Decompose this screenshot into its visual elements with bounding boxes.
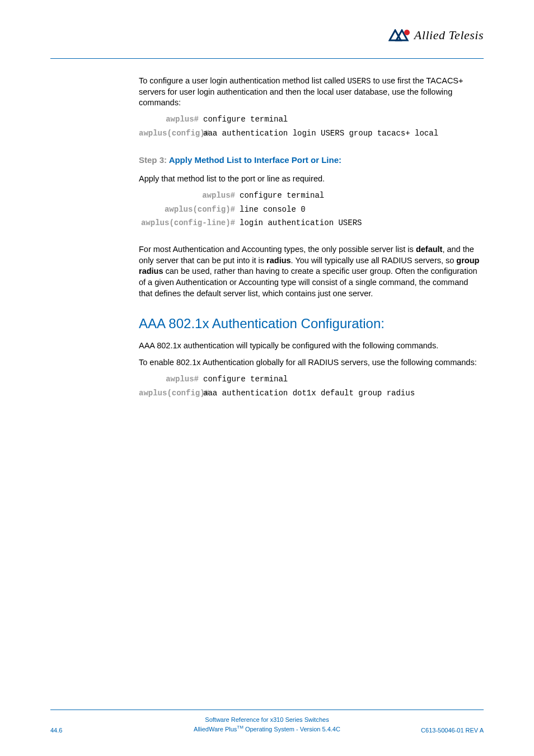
command-row: awplus(config)# aaa authentication login… xyxy=(139,128,484,139)
text: . You will typically use all RADIUS serv… xyxy=(291,256,457,265)
command-text: aaa authentication dot1x default group r… xyxy=(203,388,484,399)
section-paragraph-2: To enable 802.1x Authentication globally… xyxy=(139,357,484,368)
bold-text: default xyxy=(416,245,443,254)
command-row: awplus# configure terminal xyxy=(139,114,484,125)
command-prompt: awplus# xyxy=(139,114,203,125)
command-block-3: awplus# configure terminal awplus(config… xyxy=(139,374,484,399)
command-prompt: awplus(config)# xyxy=(139,388,203,399)
page-number: 44.6 xyxy=(50,727,62,734)
command-row: awplus(config)# aaa authentication dot1x… xyxy=(139,388,484,399)
bold-text: radius xyxy=(266,256,291,265)
step-3-heading: Step 3: Apply Method List to Interface P… xyxy=(139,155,484,166)
command-row: awplus# configure terminal xyxy=(139,374,484,385)
command-block-2: awplus# configure terminal awplus(config… xyxy=(139,190,484,229)
command-text: login authentication USERS xyxy=(240,218,484,228)
page-header: Allied Telesis xyxy=(50,28,484,59)
command-text: line console 0 xyxy=(240,204,484,215)
command-block-1: awplus# configure terminal awplus(config… xyxy=(139,114,484,139)
footer-title: Software Reference for x310 Series Switc… xyxy=(50,716,484,724)
command-text: configure terminal xyxy=(203,374,484,385)
step-3-paragraph: Apply that method list to the port or li… xyxy=(139,174,484,185)
command-prompt: awplus# xyxy=(139,190,240,201)
command-row: awplus(config-line)# login authenticatio… xyxy=(139,218,484,228)
svg-point-0 xyxy=(404,30,410,35)
text: can be used, rather than having to creat… xyxy=(139,267,477,297)
command-prompt: awplus(config-line)# xyxy=(139,218,240,228)
command-text: aaa authentication login USERS group tac… xyxy=(203,128,484,139)
trademark: TM xyxy=(237,725,243,730)
doc-revision: C613-50046-01 REV A xyxy=(421,727,484,734)
auth-accounting-paragraph: For most Authentication and Accounting t… xyxy=(139,244,484,299)
logo-text: Allied Telesis xyxy=(414,28,484,43)
command-prompt: awplus(config)# xyxy=(139,128,203,139)
command-row: awplus(config)# line console 0 xyxy=(139,204,484,215)
text: To configure a user login authentication… xyxy=(139,76,347,85)
inline-code: USERS xyxy=(347,77,371,86)
command-row: awplus# configure terminal xyxy=(139,190,484,201)
text: AlliedWare Plus xyxy=(194,726,237,732)
page-content: To configure a user login authentication… xyxy=(50,76,484,398)
text: For most Authentication and Accounting t… xyxy=(139,245,416,254)
brand-logo: Allied Telesis xyxy=(388,28,484,43)
logo-icon xyxy=(388,29,411,41)
command-prompt: awplus# xyxy=(139,374,203,385)
text: Operating System - Version 5.4.4C xyxy=(243,726,340,732)
command-prompt: awplus(config)# xyxy=(139,204,240,215)
command-text: configure terminal xyxy=(203,114,484,125)
footer-version: AlliedWare PlusTM Operating System - Ver… xyxy=(50,724,484,734)
section-heading: AAA 802.1x Authentication Configuration: xyxy=(139,315,484,333)
intro-paragraph: To configure a user login authentication… xyxy=(139,76,484,109)
section-paragraph-1: AAA 802.1x authentication will typically… xyxy=(139,340,484,352)
command-text: configure terminal xyxy=(240,190,484,201)
page-footer: Software Reference for x310 Series Switc… xyxy=(50,710,484,734)
footer-center: Software Reference for x310 Series Switc… xyxy=(50,716,484,734)
step-title: Apply Method List to Interface Port or L… xyxy=(169,155,341,165)
step-number: Step 3: xyxy=(139,155,169,165)
